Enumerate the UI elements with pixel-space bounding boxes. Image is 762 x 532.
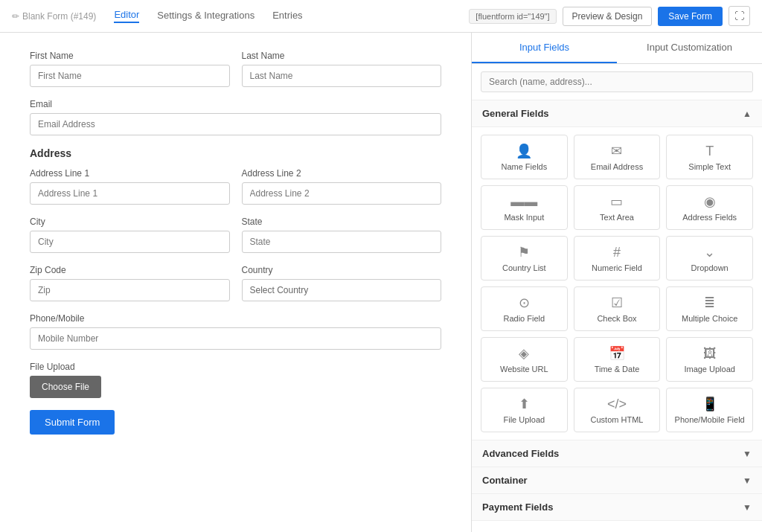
field-card-email-address[interactable]: ✉Email Address [574, 135, 661, 179]
payment-fields-toggle-icon: ▼ [743, 502, 752, 513]
form-brand: ✏ Blank Form (#149) [12, 11, 96, 22]
city-input[interactable] [30, 231, 230, 253]
field-card-check-box[interactable]: ☑Check Box [574, 286, 661, 331]
field-card-custom-html[interactable]: </>Custom HTML [574, 388, 661, 432]
submit-button[interactable]: Submit Form [30, 410, 115, 435]
phone-row: Phone/Mobile [30, 313, 441, 350]
phone-input[interactable] [30, 327, 441, 350]
name-row: First Name Last Name [30, 51, 441, 87]
shortcode-badge[interactable]: [fluentform id="149"] [469, 9, 556, 24]
image-upload-label: Image Upload [684, 365, 735, 374]
address-section-label: Address [30, 147, 441, 159]
nav-left: ✏ Blank Form (#149) Editor Settings & In… [12, 9, 303, 23]
field-card-file-upload[interactable]: ⬆File Upload [481, 388, 568, 432]
field-card-name-fields[interactable]: 👤Name Fields [481, 135, 568, 179]
name-fields-label: Name Fields [501, 162, 547, 171]
general-fields-header[interactable]: General Fields ▲ [472, 100, 762, 127]
addr-line2-input[interactable] [242, 182, 442, 205]
nav-right: [fluentform id="149"] Preview & Design S… [469, 6, 750, 26]
simple-text-icon: T [705, 144, 714, 159]
time-date-icon: 📅 [609, 345, 625, 362]
advanced-fields-title: Advanced Fields [482, 448, 559, 459]
file-upload-icon: ⬆ [519, 396, 530, 412]
container-title: Container [482, 475, 528, 486]
field-card-simple-text[interactable]: TSimple Text [666, 135, 753, 179]
city-col: City [30, 217, 230, 253]
field-card-text-area[interactable]: ▭Text Area [574, 185, 661, 230]
radio-field-label: Radio Field [504, 314, 545, 323]
payment-fields-title: Payment Fields [482, 501, 553, 513]
addr-line1-col: Address Line 1 [30, 168, 230, 205]
field-card-website-url[interactable]: ◈Website URL [481, 337, 568, 382]
first-name-label: First Name [30, 51, 230, 61]
country-select[interactable]: Select Country [242, 279, 442, 301]
country-col: Country Select Country [242, 265, 442, 301]
field-card-dropdown[interactable]: ⌄Dropdown [666, 236, 753, 281]
phone-mobile-icon: 📱 [702, 396, 718, 412]
custom-html-icon: </> [607, 397, 627, 412]
advanced-fields-toggle-icon: ▼ [743, 449, 752, 459]
fields-grid: 👤Name Fields✉Email AddressTSimple Text▬▬… [481, 135, 753, 432]
nav-tab-editor[interactable]: Editor [114, 9, 139, 23]
field-card-address-fields[interactable]: ◉Address Fields [666, 185, 753, 230]
field-card-country-list[interactable]: ⚑Country List [481, 236, 568, 281]
email-row: Email [30, 99, 441, 135]
save-button[interactable]: Save Form [658, 7, 723, 26]
first-name-input[interactable] [30, 65, 230, 87]
file-upload-row: File Upload Choose File [30, 362, 441, 398]
last-name-input[interactable] [242, 65, 442, 87]
state-input[interactable] [242, 231, 442, 253]
address-fields-label: Address Fields [682, 213, 737, 222]
mask-input-label: Mask Input [504, 213, 544, 222]
multiple-choice-icon: ≣ [704, 295, 715, 311]
custom-html-label: Custom HTML [591, 415, 644, 424]
check-box-label: Check Box [597, 314, 636, 323]
email-address-icon: ✉ [611, 143, 622, 159]
field-card-phone-mobile[interactable]: 📱Phone/Mobile Field [666, 388, 753, 432]
top-nav: ✏ Blank Form (#149) Editor Settings & In… [0, 0, 762, 33]
field-search-input[interactable] [481, 71, 753, 92]
nav-tab-settings[interactable]: Settings & Integrations [157, 10, 254, 22]
address-fields-icon: ◉ [704, 193, 716, 210]
addr-line2-col: Address Line 2 [242, 168, 442, 205]
text-area-label: Text Area [600, 213, 634, 222]
tab-input-customization[interactable]: Input Customization [617, 33, 762, 63]
zip-input[interactable] [30, 279, 230, 301]
field-card-numeric-field[interactable]: #Numeric Field [574, 236, 661, 281]
country-list-label: Country List [502, 263, 546, 272]
field-card-radio-field[interactable]: ⊙Radio Field [481, 286, 568, 331]
email-col: Email [30, 99, 441, 135]
city-state-row: City State [30, 217, 441, 253]
edit-icon: ✏ [12, 11, 19, 22]
field-card-time-date[interactable]: 📅Time & Date [574, 337, 661, 382]
mask-input-icon: ▬▬ [510, 194, 537, 210]
addr-line1-input[interactable] [30, 182, 230, 205]
container-header[interactable]: Container ▼ [472, 467, 762, 494]
phone-label: Phone/Mobile [30, 313, 441, 324]
submit-row: Submit Form [30, 410, 441, 435]
addr-line1-label: Address Line 1 [30, 168, 230, 179]
website-url-icon: ◈ [519, 345, 529, 362]
zip-country-row: Zip Code Country Select Country [30, 265, 441, 301]
email-address-label: Email Address [591, 162, 643, 171]
nav-tab-entries[interactable]: Entries [272, 10, 302, 22]
advanced-fields-header[interactable]: Advanced Fields ▼ [472, 440, 762, 467]
city-label: City [30, 217, 230, 227]
preview-button[interactable]: Preview & Design [563, 7, 653, 26]
address-lines-row: Address Line 1 Address Line 2 [30, 168, 441, 205]
email-input[interactable] [30, 113, 441, 135]
tab-input-fields[interactable]: Input Fields [472, 33, 617, 63]
first-name-col: First Name [30, 51, 230, 87]
last-name-label: Last Name [242, 51, 442, 61]
general-fields-content: 👤Name Fields✉Email AddressTSimple Text▬▬… [472, 127, 762, 440]
dropdown-icon: ⌄ [704, 244, 715, 260]
addr-line2-label: Address Line 2 [242, 168, 442, 179]
field-card-mask-input[interactable]: ▬▬Mask Input [481, 185, 568, 230]
field-card-image-upload[interactable]: 🖼Image Upload [666, 337, 753, 382]
field-card-multiple-choice[interactable]: ≣Multiple Choice [666, 286, 753, 331]
payment-fields-header[interactable]: Payment Fields ▼ [472, 494, 762, 521]
country-label: Country [242, 265, 442, 275]
panel-tabs: Input Fields Input Customization [472, 33, 762, 64]
choose-file-button[interactable]: Choose File [30, 376, 101, 398]
fullscreen-button[interactable]: ⛶ [729, 6, 750, 26]
